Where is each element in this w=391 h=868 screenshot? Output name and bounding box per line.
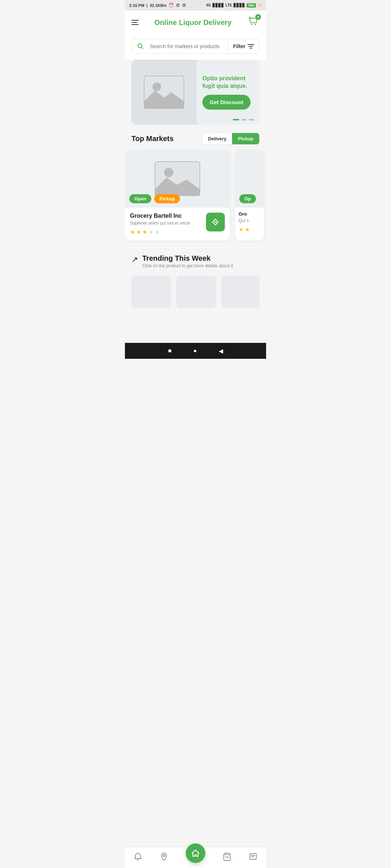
market-info: Grocery Bartell Inc Sapiente animi qui s… [125,208,230,241]
app-title: Online Liquor Delivery [154,18,231,27]
market-stars-partial: ★ ★ [239,226,260,233]
battery-icon: 78% [247,3,256,8]
pickup-badge: Pickup [154,194,180,203]
tab-delivery[interactable]: Delivery [202,133,232,144]
trending-titles: Trending This Week Click on the product … [142,254,233,268]
svg-point-9 [164,168,173,177]
market-image-partial: Op [235,150,264,208]
svg-point-1 [255,24,256,25]
market-card-partial[interactable]: Op Gro Qui s ★ ★ [235,150,264,241]
star-5: ★ [155,229,160,235]
market-image: Open Pickup [125,150,230,208]
filter-label: Filter [233,43,245,49]
banner-dots [233,119,254,120]
android-back-button[interactable]: ◀ [219,348,223,354]
trending-title: Trending This Week [142,254,233,263]
android-square-button[interactable]: ■ [168,348,172,354]
charging-icon: ⚡ [257,3,262,7]
trending-header: ↗ Trending This Week Click on the produc… [131,254,260,268]
svg-point-7 [152,82,161,91]
app-icon-1: ⏱ [176,3,180,8]
product-card-2[interactable] [176,276,216,308]
banner-dot-3[interactable] [249,119,254,120]
market-tab-group: Delivery Pickup [202,133,260,145]
market-desc-partial: Qui s [239,218,260,223]
search-icon [132,39,148,54]
cart-button[interactable]: 0 [247,16,260,29]
market-name-partial: Gro [239,211,260,217]
app-icon-2: ⏱ [182,3,186,8]
status-bar: 2:16 PM | 32.1KB/s ⏰ ⏱ ⏱ 4G ▊▊▊▊ LTE ▊▊▊… [125,0,266,10]
menu-button[interactable] [131,20,139,25]
market-description: Sapiente animi qui sint et reicie [130,221,202,226]
android-circle-button[interactable]: ● [193,348,197,354]
banner-text: Optio provident fugit quia atque. [202,75,254,90]
filter-button[interactable]: Filter [228,40,259,53]
star-2: ★ [136,229,141,235]
get-discount-button[interactable]: Get Discount [202,95,251,110]
markets-scroll: Open Pickup Grocery Bartell Inc Sapiente… [125,150,266,247]
product-card-3[interactable] [221,276,260,308]
svg-point-0 [251,24,252,25]
android-nav: ■ ● ◀ [125,343,266,359]
status-speed: | [147,3,148,8]
market-info-text: Grocery Bartell Inc Sapiente animi qui s… [130,213,202,235]
directions-button[interactable] [206,213,225,231]
market-name: Grocery Bartell Inc [130,213,202,219]
top-markets-header: Top Markets Delivery Pickup [125,125,266,150]
lte-icon: LTE [226,3,232,7]
search-input[interactable] [148,40,228,53]
search-container: Filter [125,34,266,60]
market-stars: ★ ★ ★ ★ ★ [130,229,202,235]
star-3: ★ [142,229,147,235]
signal-icon-2: ▊▊▊▊ [234,3,245,7]
product-card-1[interactable] [131,276,171,308]
status-time: 2:16 PM [129,3,144,8]
open-badge: Open [129,194,151,203]
alarm-icon: ⏰ [169,3,174,8]
promo-banner: Optio provident fugit quia atque. Get Di… [131,60,260,125]
top-markets-title: Top Markets [131,135,173,143]
banner-image [131,60,197,125]
market-card[interactable]: Open Pickup Grocery Bartell Inc Sapiente… [125,150,230,241]
open-badge-partial: Op [239,194,256,203]
search-bar: Filter [131,39,260,54]
trending-subtitle: Click on the product to get more details… [142,263,233,268]
trending-section: ↗ Trending This Week Click on the produc… [125,247,266,343]
trending-products [131,271,260,310]
market-badges-partial: Op [239,194,256,203]
tab-pickup[interactable]: Pickup [232,133,259,144]
banner-content: Optio provident fugit quia atque. Get Di… [197,60,260,125]
star-p1: ★ [239,226,244,233]
signal-icon: ▊▊▊▊ [213,3,224,7]
banner-dot-2[interactable] [241,119,247,120]
star-1: ★ [130,229,135,235]
status-network-speed: 32.1KB/s [150,3,167,8]
star-4: ★ [148,229,154,235]
cart-count: 0 [255,14,261,20]
banner-dot-1[interactable] [233,119,239,120]
network-icon: 4G [206,3,211,7]
star-p2: ★ [245,226,250,233]
header: Online Liquor Delivery 0 [125,10,266,34]
market-badges: Open Pickup [129,194,180,203]
trending-icon: ↗ [131,255,138,264]
